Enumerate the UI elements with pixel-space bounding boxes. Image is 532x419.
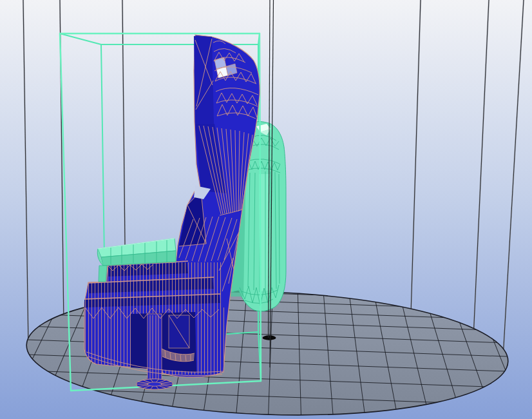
origin-marker [263, 335, 276, 340]
green-leg-strip [99, 266, 107, 282]
viewport-3d[interactable] [0, 0, 532, 419]
scene-canvas [0, 0, 532, 419]
